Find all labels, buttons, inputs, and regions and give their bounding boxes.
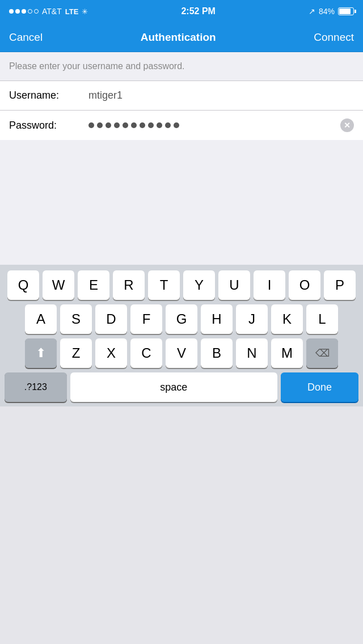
password-label: Password: — [9, 120, 88, 132]
keyboard-row-3: ⬆ ZXCVBNM⌫ — [2, 338, 361, 368]
password-dot — [114, 122, 120, 128]
carrier-label: AT&T — [42, 7, 62, 16]
key-p[interactable]: P — [324, 270, 356, 300]
key-k[interactable]: K — [271, 304, 303, 334]
password-dot — [105, 122, 111, 128]
signal-dot-3 — [22, 9, 26, 14]
backspace-icon: ⌫ — [315, 347, 330, 359]
password-dot — [97, 122, 103, 128]
key-n[interactable]: N — [236, 338, 268, 368]
signal-dots — [9, 9, 39, 14]
password-dot — [88, 122, 94, 128]
password-dot — [131, 122, 137, 128]
key-f[interactable]: F — [130, 304, 162, 334]
username-label: Username: — [9, 90, 88, 101]
clear-icon: ✕ — [344, 121, 351, 129]
key-h[interactable]: H — [201, 304, 233, 334]
keyboard-row-2: ASDFGHJKL — [2, 304, 361, 334]
password-dot — [123, 122, 128, 128]
cancel-button[interactable]: Cancel — [9, 31, 43, 44]
password-dot — [174, 122, 179, 128]
key-x[interactable]: X — [95, 338, 127, 368]
empty-content-area — [0, 140, 363, 265]
key-l[interactable]: L — [306, 304, 338, 334]
form-area: Username: mtiger1 Password: ✕ — [0, 81, 363, 140]
clear-password-button[interactable]: ✕ — [340, 118, 354, 132]
key-y[interactable]: Y — [183, 270, 215, 300]
location-icon: ↗ — [309, 7, 315, 16]
keyboard: QWERTYUIOP ASDFGHJKL ⬆ ZXCVBNM⌫ .?123 sp… — [0, 265, 363, 406]
password-dot — [148, 122, 154, 128]
key-w[interactable]: W — [43, 270, 74, 300]
numbers-key[interactable]: .?123 — [5, 372, 67, 402]
username-row: Username: mtiger1 — [0, 81, 363, 111]
instruction-area: Please enter your username and password. — [0, 52, 363, 81]
key-o[interactable]: O — [289, 270, 320, 300]
password-dot — [140, 122, 145, 128]
backspace-key[interactable]: ⌫ — [306, 338, 338, 368]
keyboard-bottom-row: .?123 space Done — [2, 372, 361, 402]
network-type-label: LTE — [65, 7, 79, 16]
nav-title: Authentication — [141, 31, 216, 44]
key-e[interactable]: E — [78, 270, 109, 300]
status-time: 2:52 PM — [181, 6, 215, 16]
key-t[interactable]: T — [148, 270, 180, 300]
signal-dot-4 — [28, 9, 32, 14]
battery-fill — [339, 9, 351, 14]
status-right: ↗ 84% — [309, 7, 354, 16]
password-dots-area[interactable] — [88, 122, 336, 128]
signal-dot-2 — [15, 9, 20, 14]
battery-icon — [338, 7, 354, 15]
key-b[interactable]: B — [201, 338, 233, 368]
nav-bar: Cancel Authentication Connect — [0, 23, 363, 52]
key-m[interactable]: M — [271, 338, 303, 368]
key-z[interactable]: Z — [60, 338, 92, 368]
battery-percent-label: 84% — [319, 7, 335, 16]
signal-activity-icon: ✳ — [82, 7, 88, 16]
key-s[interactable]: S — [60, 304, 92, 334]
key-v[interactable]: V — [166, 338, 197, 368]
shift-key[interactable]: ⬆ — [25, 338, 57, 368]
instruction-text: Please enter your username and password. — [9, 61, 185, 71]
key-g[interactable]: G — [166, 304, 197, 334]
status-left: AT&T LTE ✳ — [9, 7, 88, 16]
numbers-key-label: .?123 — [24, 382, 47, 392]
space-key-label: space — [160, 382, 187, 393]
key-j[interactable]: J — [236, 304, 268, 334]
shift-arrow-icon: ⬆ — [36, 346, 46, 361]
key-i[interactable]: I — [254, 270, 285, 300]
signal-dot-1 — [9, 9, 14, 14]
connect-button[interactable]: Connect — [314, 31, 354, 44]
space-key[interactable]: space — [70, 372, 277, 402]
password-row: Password: ✕ — [0, 111, 363, 140]
key-q[interactable]: Q — [7, 270, 39, 300]
key-u[interactable]: U — [218, 270, 250, 300]
done-key[interactable]: Done — [281, 372, 358, 402]
key-a[interactable]: A — [25, 304, 57, 334]
password-dot — [157, 122, 162, 128]
username-value[interactable]: mtiger1 — [88, 90, 354, 101]
done-key-label: Done — [307, 382, 332, 393]
password-dot — [165, 122, 171, 128]
status-bar: AT&T LTE ✳ 2:52 PM ↗ 84% — [0, 0, 363, 23]
signal-dot-5 — [34, 9, 39, 14]
key-c[interactable]: C — [130, 338, 162, 368]
key-d[interactable]: D — [95, 304, 127, 334]
keyboard-row-1: QWERTYUIOP — [2, 270, 361, 300]
key-r[interactable]: R — [113, 270, 145, 300]
